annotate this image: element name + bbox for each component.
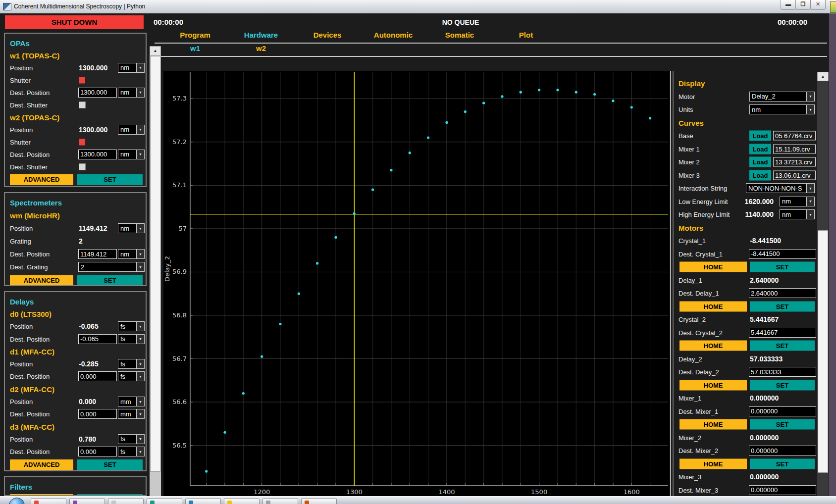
set-button[interactable]: SET — [77, 174, 143, 185]
dest-motor-input[interactable] — [749, 328, 816, 338]
load-button[interactable]: Load — [749, 170, 771, 180]
tab-plot[interactable]: Plot — [494, 31, 558, 39]
taskbar-button[interactable] — [147, 498, 182, 504]
interaction-string-dropdown-value: NON-NON-NON-S — [746, 185, 806, 192]
advanced-button[interactable]: ADVANCED — [10, 174, 73, 185]
units-dropdown[interactable]: mm▼ — [118, 397, 145, 406]
units-dropdown[interactable]: nm▼ — [780, 209, 815, 219]
units-dropdown[interactable]: nm▼ — [118, 223, 145, 233]
home-button[interactable]: HOME — [679, 341, 747, 351]
set-button[interactable]: SET — [750, 419, 815, 430]
dest-motor-input[interactable] — [749, 485, 816, 495]
set-button[interactable]: SET — [750, 458, 815, 469]
units-dropdown[interactable]: fs▼ — [118, 371, 145, 381]
scroll-up-icon[interactable]: ▲ — [817, 72, 829, 81]
sidebar-scrollbar[interactable]: ▲ ▼ — [150, 46, 161, 496]
close-button[interactable]: ✕ — [810, 0, 826, 10]
tab-somatic[interactable]: Somatic — [427, 31, 492, 39]
taskbar-button[interactable] — [69, 498, 105, 504]
advanced-button[interactable]: ADVANCED — [10, 275, 73, 286]
dest-grating-dropdown[interactable]: 2▼ — [78, 262, 145, 272]
tab-program[interactable]: Program — [163, 31, 227, 39]
units-dropdown[interactable]: nm▼ — [118, 249, 145, 259]
dest-position-input[interactable] — [78, 409, 117, 419]
load-button[interactable]: Load — [749, 144, 771, 154]
dest-position-input[interactable] — [78, 334, 117, 344]
dest-motor-input[interactable] — [749, 406, 816, 416]
window-titlebar[interactable]: Coherent Multidimensional Spectroscopy |… — [0, 0, 836, 14]
tab-devices[interactable]: Devices — [295, 31, 360, 39]
set-button[interactable]: SET — [77, 459, 143, 470]
dest-position-input[interactable] — [78, 150, 117, 159]
restore-button[interactable]: ❐ — [795, 0, 811, 10]
set-button[interactable]: SET — [750, 301, 815, 311]
home-button[interactable]: HOME — [679, 458, 747, 469]
units-dropdown[interactable]: nm▼ — [118, 125, 145, 135]
units-dropdown[interactable]: nm▼ — [749, 104, 815, 114]
motor-dest-row: Dest. Crystal_1 — [675, 248, 816, 261]
units-dropdown[interactable]: mm▼ — [118, 409, 145, 419]
units-dropdown[interactable]: fs▼ — [118, 334, 145, 344]
taskbar-button[interactable] — [262, 498, 298, 504]
units-dropdown[interactable]: nm▼ — [118, 150, 145, 159]
units-dropdown[interactable]: fs▼ — [118, 321, 145, 331]
subtab-w2[interactable]: w2 — [229, 44, 293, 52]
home-button[interactable]: HOME — [679, 262, 747, 272]
curve-file-field[interactable] — [773, 144, 816, 153]
windows-taskbar[interactable] — [0, 496, 836, 504]
subtab-w1[interactable]: w1 — [163, 44, 227, 52]
advanced-button[interactable]: ADVANCED — [10, 459, 73, 470]
set-button[interactable]: SET — [750, 262, 815, 272]
home-button[interactable]: HOME — [679, 419, 747, 430]
dest-shutter-checkbox[interactable] — [79, 101, 86, 108]
dest-motor-input[interactable] — [749, 446, 816, 455]
shutdown-button[interactable]: SHUT DOWN — [5, 15, 144, 29]
dest-motor-input[interactable] — [749, 249, 816, 259]
units-dropdown[interactable]: nm▼ — [780, 197, 815, 206]
units-dropdown[interactable]: fs▼ — [118, 434, 145, 444]
units-dropdown[interactable]: nm▼ — [118, 88, 145, 98]
load-button[interactable]: Load — [749, 131, 771, 141]
dest-motor-input[interactable] — [749, 288, 816, 298]
plot-canvas[interactable]: 1200130014001500160056.556.656.756.856.9… — [163, 71, 670, 496]
tab-hardware[interactable]: Hardware — [229, 31, 293, 39]
curve-file-field[interactable] — [773, 157, 816, 167]
dest-position-input[interactable] — [78, 447, 117, 456]
device-header: d2 (MFA-CC) — [10, 385, 54, 393]
units-dropdown[interactable]: nm▼ — [118, 63, 145, 73]
set-button[interactable]: SET — [77, 275, 143, 286]
curve-file-field[interactable] — [773, 131, 816, 141]
start-button[interactable] — [9, 498, 25, 504]
data-point — [223, 431, 226, 434]
units-dropdown[interactable]: fs▼ — [118, 359, 145, 369]
device-header-row: d2 (MFA-CC) — [5, 383, 146, 395]
minimize-button[interactable]: ▬ — [781, 0, 796, 10]
load-button[interactable]: Load — [749, 157, 771, 167]
taskbar-button[interactable] — [185, 498, 221, 504]
curve-file-field[interactable] — [773, 170, 816, 180]
desktop-background-strip — [829, 13, 836, 496]
taskbar-button[interactable] — [108, 498, 144, 504]
dest-motor-input[interactable] — [749, 367, 816, 377]
scrollbar-thumb[interactable] — [150, 56, 160, 472]
home-button[interactable]: HOME — [679, 380, 747, 390]
taskbar-button[interactable] — [301, 498, 337, 504]
dest-position-input[interactable] — [78, 249, 117, 259]
taskbar-button[interactable] — [224, 498, 260, 504]
set-button[interactable]: SET — [750, 380, 815, 390]
motor-dropdown[interactable]: Delay_2▼ — [749, 92, 815, 101]
motor-value-row: Mixer_20.000000 — [675, 431, 816, 445]
tab-autonomic[interactable]: Autonomic — [361, 31, 425, 39]
dest-shutter-checkbox[interactable] — [79, 163, 86, 170]
interaction-string-dropdown[interactable]: NON-NON-NON-S▼ — [746, 183, 815, 193]
units-dropdown[interactable]: fs▼ — [118, 447, 145, 456]
taskbar-button[interactable] — [31, 498, 66, 504]
set-button[interactable]: SET — [750, 341, 815, 351]
tuning-curve-plot[interactable]: 1200130014001500160056.556.656.756.856.9… — [163, 71, 670, 496]
scroll-up-icon[interactable]: ▲ — [150, 46, 161, 55]
scrollbar-thumb[interactable] — [818, 230, 828, 473]
dest-position-input[interactable] — [78, 371, 117, 381]
home-button[interactable]: HOME — [679, 301, 747, 311]
dest-position-input[interactable] — [78, 88, 117, 98]
panel-scrollbar[interactable]: ▲ ▼ — [817, 72, 829, 496]
